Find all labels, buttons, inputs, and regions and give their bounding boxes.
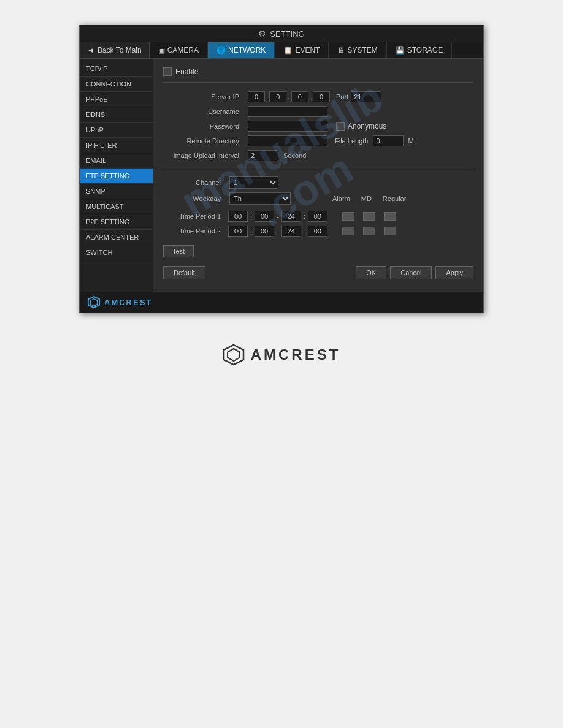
footer-bar: AMCREST: [80, 292, 483, 313]
alarm-label: Alarm: [332, 195, 350, 202]
main-panel: Enable Server IP . . .: [153, 59, 483, 292]
apply-button[interactable]: Apply: [435, 266, 473, 279]
enable-checkbox[interactable]: [163, 67, 172, 76]
event-tab-label: EVENT: [295, 46, 320, 55]
system-tab-label: SYSTEM: [347, 46, 377, 55]
back-to-main-button[interactable]: ◄ Back To Main: [80, 42, 150, 58]
time-period-2-row: Time Period 2 : - :: [163, 226, 473, 237]
alarm-header: Alarm MD Regular: [332, 195, 473, 202]
sidebar-item-email[interactable]: EMAIL: [80, 153, 153, 169]
sidebar-item-connection[interactable]: CONNECTION: [80, 77, 153, 92]
channel-value: 1: [229, 176, 327, 189]
tp1-start-min[interactable]: [255, 211, 274, 222]
back-label: Back To Main: [98, 46, 142, 55]
tab-network[interactable]: 🌐 NETWORK: [208, 42, 275, 58]
remote-dir-input[interactable]: [248, 135, 327, 146]
sidebar-item-snmp[interactable]: SNMP: [80, 184, 153, 199]
tp1-regular-btn[interactable]: [384, 212, 396, 221]
gear-icon: ⚙: [258, 29, 266, 39]
image-upload-label: Image Upload Interval: [163, 152, 243, 159]
md-label: MD: [361, 195, 372, 202]
weekday-label: Weekday: [163, 195, 224, 202]
tp2-md-btn[interactable]: [363, 227, 375, 235]
tp1-alarm-btn[interactable]: [342, 212, 354, 221]
sidebar-item-ipfilter[interactable]: IP FILTER: [80, 138, 153, 153]
ip-dot-2: .: [288, 93, 289, 101]
schedule-grid: Channel 1 Weekday Th Alarm: [163, 176, 473, 205]
sidebar-item-switch[interactable]: SWITCH: [80, 245, 153, 260]
nav-bar: ◄ Back To Main ▣ CAMERA 🌐 NETWORK 📋 EVEN…: [80, 42, 483, 59]
bottom-amcrest-icon: [223, 344, 245, 366]
title-bar: ⚙ SETTING: [80, 25, 483, 42]
event-tab-icon: 📋: [283, 46, 293, 55]
password-label: Password: [163, 123, 243, 130]
username-value: [248, 106, 473, 117]
file-length-input[interactable]: [373, 135, 404, 146]
regular-label: Regular: [383, 195, 407, 202]
tab-camera[interactable]: ▣ CAMERA: [150, 42, 208, 58]
storage-tab-icon: 💾: [396, 46, 405, 55]
password-value: Anonymous: [248, 121, 473, 132]
channel-select[interactable]: 1: [229, 176, 278, 189]
camera-tab-icon: ▣: [158, 46, 165, 55]
tp1-start-hour[interactable]: [228, 211, 248, 222]
default-button[interactable]: Default: [163, 266, 205, 279]
tp2-start-min[interactable]: [255, 226, 274, 237]
username-input[interactable]: [248, 106, 327, 117]
form-grid: Server IP . . . Port: [163, 91, 473, 161]
tp2-end-min[interactable]: [308, 226, 327, 237]
sidebar-item-ftpsetting[interactable]: FTP SETTING: [80, 169, 153, 184]
tp2-end-hour[interactable]: [282, 226, 301, 237]
anonymous-group: Anonymous: [336, 122, 386, 131]
ip-dot-1: .: [266, 93, 268, 101]
tp2-alarm-btn[interactable]: [342, 227, 354, 235]
ip-octet-1[interactable]: [248, 91, 265, 102]
sidebar-item-tcpip[interactable]: TCP/IP: [80, 61, 153, 77]
tab-storage[interactable]: 💾 STORAGE: [387, 42, 452, 58]
time-period-2-inputs: : - :: [228, 226, 339, 237]
sidebar-item-p2psetting[interactable]: P2P SETTING: [80, 214, 153, 230]
bottom-logo: AMCREST: [223, 344, 341, 366]
tp1-end-min[interactable]: [308, 211, 327, 222]
sidebar-item-alarmcenter[interactable]: ALARM CENTER: [80, 230, 153, 245]
ip-octet-4[interactable]: [313, 91, 330, 102]
network-tab-icon: 🌐: [216, 46, 226, 55]
anonymous-label: Anonymous: [348, 122, 386, 131]
svg-marker-1: [91, 299, 98, 306]
camera-tab-label: CAMERA: [167, 46, 199, 55]
sidebar: TCP/IP CONNECTION PPPoE DDNS UPnP IP FIL…: [80, 59, 153, 292]
ip-input-group: . . .: [248, 91, 330, 102]
sidebar-item-multicast[interactable]: MULTICAST: [80, 199, 153, 214]
image-upload-unit: Second: [283, 152, 306, 159]
weekday-select[interactable]: Th: [229, 192, 291, 205]
amcrest-logo-icon: [87, 295, 101, 309]
ok-button[interactable]: OK: [356, 266, 386, 279]
port-input[interactable]: [351, 91, 381, 102]
tp1-md-btn[interactable]: [363, 212, 375, 221]
cancel-button[interactable]: Cancel: [390, 266, 432, 279]
network-tab-label: NETWORK: [228, 46, 266, 55]
time-period-2-label: Time Period 2: [163, 227, 224, 235]
ip-octet-2[interactable]: [269, 91, 286, 102]
tp1-end-hour[interactable]: [282, 211, 301, 222]
password-input[interactable]: [248, 121, 327, 132]
back-icon: ◄: [87, 46, 94, 55]
weekday-value: Th: [229, 192, 327, 205]
image-upload-input[interactable]: [248, 150, 278, 161]
sidebar-item-pppoe[interactable]: PPPoE: [80, 92, 153, 107]
content-area: TCP/IP CONNECTION PPPoE DDNS UPnP IP FIL…: [80, 59, 483, 292]
ip-octet-3[interactable]: [291, 91, 308, 102]
sidebar-item-upnp[interactable]: UPnP: [80, 123, 153, 138]
test-button[interactable]: Test: [163, 245, 194, 257]
tp1-mini-buttons: [342, 212, 473, 221]
sidebar-item-ddns[interactable]: DDNS: [80, 107, 153, 123]
username-label: Username: [163, 108, 243, 115]
tp2-regular-btn[interactable]: [384, 227, 396, 235]
server-ip-label: Server IP: [163, 93, 243, 100]
time-period-1-inputs: : - :: [228, 211, 339, 222]
tab-event[interactable]: 📋 EVENT: [275, 42, 329, 58]
window-title: SETTING: [270, 29, 304, 39]
tp2-start-hour[interactable]: [228, 226, 248, 237]
anonymous-checkbox[interactable]: [336, 122, 345, 131]
tab-system[interactable]: 🖥 SYSTEM: [329, 42, 386, 58]
